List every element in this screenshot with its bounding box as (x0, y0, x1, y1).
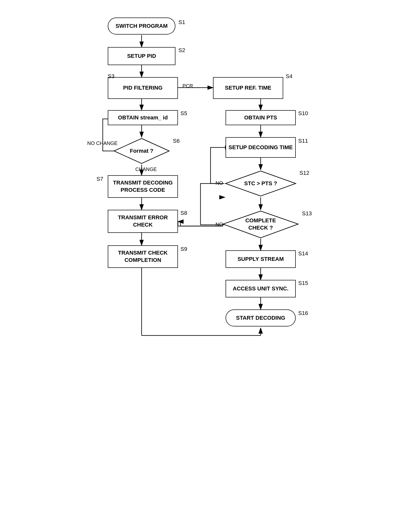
no-change-label: NO CHANGE (87, 140, 118, 146)
node-s13: COMPLETE CHECK ? (222, 210, 299, 239)
no-s13-label: NO (216, 222, 223, 227)
node-s1: SWITCH PROGRAM (108, 18, 175, 35)
label-s3: S3 (108, 73, 115, 80)
label-s2: S2 (178, 47, 185, 54)
node-s3: PID FILTERING (108, 77, 178, 99)
label-s6: S6 (173, 138, 180, 144)
label-s13: S13 (302, 210, 312, 217)
label-s11: S11 (298, 138, 308, 144)
node-s11: SETUP DECODING TIME (226, 137, 296, 158)
node-s10: OBTAIN PTS (226, 110, 296, 125)
node-s12: STC > PTS ? (224, 170, 297, 197)
label-s9: S9 (180, 246, 187, 252)
no-s12-label: NO (216, 180, 223, 186)
label-s1: S1 (178, 19, 185, 26)
node-s4: SETUP REF. TIME (213, 77, 283, 99)
label-s7: S7 (96, 176, 103, 182)
node-s6: Format ? (113, 137, 170, 165)
flowchart-diagram: SWITCH PROGRAM S1 SETUP PID S2 PID FILTE… (80, 10, 331, 523)
label-s10: S10 (298, 110, 308, 117)
node-s7: TRANSMIT DECODING PROCESS CODE (108, 175, 178, 198)
node-s9: TRANSMIT CHECK COMPLETION (108, 245, 178, 268)
label-s8: S8 (180, 210, 187, 216)
change-label: CHANGE (135, 166, 157, 172)
label-s16: S16 (298, 310, 308, 316)
node-s15: ACCESS UNIT SYNC. (226, 280, 296, 297)
pcr-label: PCR (182, 83, 193, 89)
label-s14: S14 (298, 250, 308, 257)
label-s12: S12 (299, 170, 309, 176)
node-s8: TRANSMIT ERROR CHECK (108, 210, 178, 233)
label-s5: S5 (180, 110, 187, 117)
label-s15: S15 (298, 280, 308, 286)
node-s14: SUPPLY STREAM (226, 250, 296, 268)
node-s2: SETUP PID (108, 47, 175, 65)
node-s16: START DECODING (226, 309, 296, 326)
node-s5: OBTAIN stream_ id (108, 110, 178, 125)
label-s4: S4 (286, 73, 292, 80)
